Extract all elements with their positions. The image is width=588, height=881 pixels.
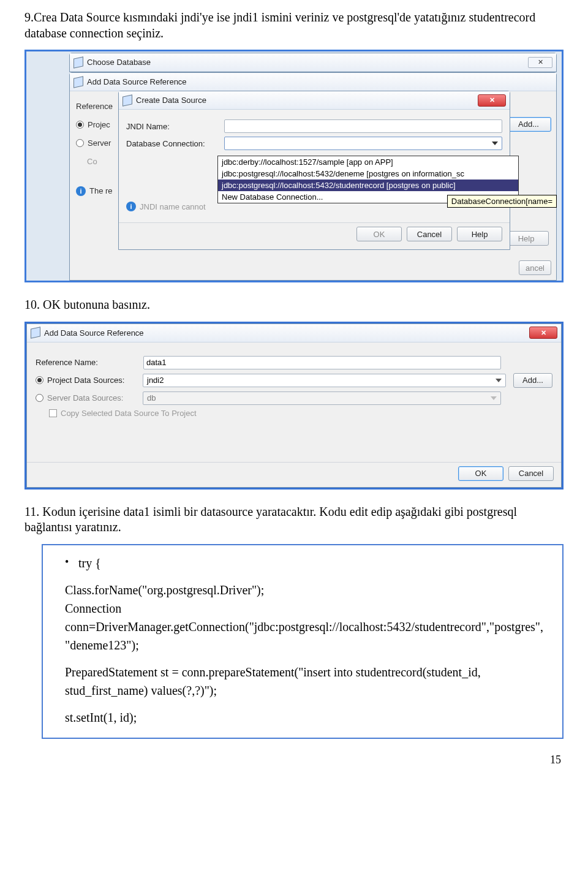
db-icon bbox=[31, 328, 40, 338]
ok-button[interactable]: OK bbox=[356, 227, 402, 241]
code-line: conn=DriverManager.getConnection("jdbc:p… bbox=[65, 618, 550, 654]
title-choose-database: Choose Database bbox=[87, 58, 151, 67]
project-ds-combo[interactable]: jndi2 bbox=[143, 374, 506, 387]
radio-projec[interactable] bbox=[76, 121, 84, 129]
tooltip: DatabaseConnection[name= bbox=[447, 195, 557, 208]
title-add-dsr: Add Data Source Reference bbox=[44, 328, 144, 338]
screenshot-create-data-source: Choose Database ✕ Add Data Source Refere… bbox=[24, 50, 564, 282]
label-the-r: The re bbox=[89, 186, 113, 195]
code-line: Class.forName("org.postgresql.Driver"); bbox=[65, 581, 550, 599]
label-jndi-name: JNDI Name: bbox=[126, 122, 224, 131]
help-button[interactable]: Help bbox=[457, 227, 502, 241]
project-ds-value: jndi2 bbox=[147, 376, 164, 385]
dropdown-option-selected[interactable]: jdbc:postgresql://localhost:5432/student… bbox=[218, 180, 518, 191]
reference-name-input[interactable]: data1 bbox=[143, 356, 501, 369]
code-box: try { Class.forName("org.postgresql.Driv… bbox=[42, 544, 564, 739]
jndi-name-input[interactable] bbox=[224, 119, 502, 133]
window-choose-database: Choose Database ✕ bbox=[69, 53, 557, 72]
label-projec: Projec bbox=[88, 120, 110, 129]
label-co: Co bbox=[87, 153, 113, 171]
db-icon bbox=[74, 58, 83, 67]
db-icon bbox=[74, 77, 83, 87]
copy-checkbox bbox=[49, 409, 57, 417]
add-button-bg[interactable]: Add... bbox=[506, 117, 551, 132]
dropdown-option[interactable]: jdbc:postgresql://localhost:5432/deneme … bbox=[218, 168, 518, 180]
code-line: try { bbox=[78, 554, 550, 572]
jndi-msg: JNDI name cannot bbox=[140, 202, 206, 211]
doc-para-10: 10. OK butonuna basınız. bbox=[24, 297, 564, 313]
info-icon: i bbox=[76, 186, 86, 196]
server-ds-combo: db bbox=[143, 391, 501, 405]
help-button-bg2[interactable]: Help bbox=[503, 231, 549, 246]
radio-server-ds[interactable] bbox=[36, 394, 43, 402]
label-copy-ds: Copy Selected Data Source To Project bbox=[61, 409, 197, 418]
chevron-down-icon bbox=[491, 396, 497, 400]
add-button[interactable]: Add... bbox=[513, 373, 552, 388]
code-line: PreparedStatement st = conn.prepareState… bbox=[65, 663, 550, 700]
title-add-dsr-bg: Add Data Source Reference bbox=[87, 77, 187, 86]
doc-para-11: 11. Kodun içerisine data1 isimli bir dat… bbox=[24, 504, 564, 535]
info-icon: i bbox=[126, 202, 136, 211]
ok-button[interactable]: OK bbox=[458, 466, 503, 481]
label-reference-name: Reference Name: bbox=[36, 358, 143, 367]
db-icon bbox=[123, 96, 132, 105]
radio-server[interactable] bbox=[76, 139, 84, 147]
label-project-ds: Project Data Sources: bbox=[47, 376, 143, 385]
code-line: st.setInt(1, id); bbox=[65, 708, 550, 727]
server-ds-value: db bbox=[147, 393, 156, 403]
dropdown-option[interactable]: jdbc:derby://localhost:1527/sample [app … bbox=[218, 156, 518, 168]
close-icon[interactable]: ✕ bbox=[478, 94, 506, 107]
ancel-button[interactable]: ancel bbox=[519, 260, 551, 275]
close-icon[interactable]: ✕ bbox=[528, 57, 552, 68]
screenshot-add-datasource-ref: Add Data Source Reference ✕ Reference Na… bbox=[24, 322, 564, 490]
db-connection-combo[interactable] bbox=[224, 137, 502, 150]
chevron-down-icon bbox=[492, 142, 498, 145]
radio-project-ds[interactable] bbox=[36, 376, 43, 384]
doc-para-9: 9.Crea Data Source kısmındaki jndi'ye is… bbox=[24, 10, 564, 41]
cancel-button[interactable]: Cancel bbox=[407, 227, 452, 241]
code-line: Connection bbox=[65, 599, 550, 618]
close-icon[interactable]: ✕ bbox=[529, 327, 557, 339]
label-db-connection: Database Connection: bbox=[126, 139, 224, 148]
title-create-ds: Create Data Source bbox=[136, 96, 206, 105]
chevron-down-icon bbox=[496, 379, 502, 382]
label-server: Server bbox=[88, 138, 111, 148]
label-reference: Reference bbox=[76, 97, 113, 116]
label-server-ds: Server Data Sources: bbox=[47, 393, 143, 403]
page-number: 15 bbox=[24, 754, 561, 766]
cancel-button[interactable]: Cancel bbox=[508, 466, 554, 481]
